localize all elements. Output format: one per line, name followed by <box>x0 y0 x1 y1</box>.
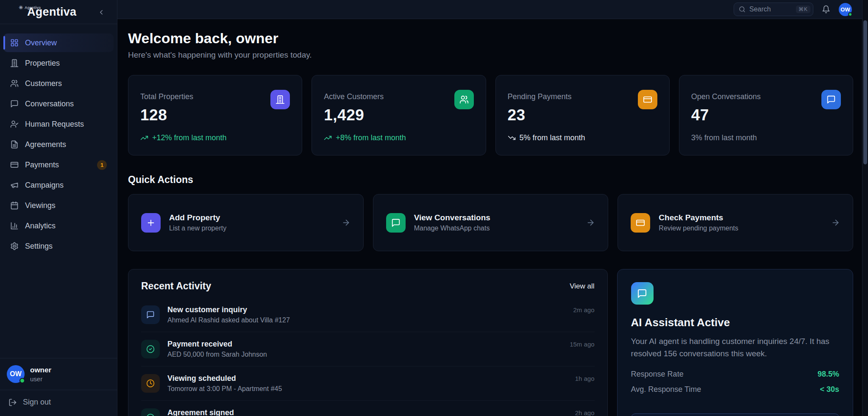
ai-stat-value: 98.5% <box>818 370 839 379</box>
sidebar-item-customers[interactable]: Customers <box>3 74 114 93</box>
sidebar-nav: Overview Properties Customers Conversati… <box>0 24 117 257</box>
arrow-right-icon <box>586 218 595 227</box>
sidebar-header: ✳ Agentiva Agentiva <box>0 0 117 24</box>
stat-card-open-conversations: Open Conversations 47 3% from last month <box>679 75 853 155</box>
online-status-dot <box>19 378 25 383</box>
activity-title: Payment received <box>167 340 267 349</box>
users-icon <box>454 90 474 109</box>
stat-label: Pending Payments <box>508 92 585 101</box>
sidebar-item-label: Properties <box>25 59 60 68</box>
avatar-initials: OW <box>840 6 850 13</box>
sidebar-item-label: Customers <box>25 79 62 88</box>
chat-icon <box>821 90 841 109</box>
app-root: ✳ Agentiva Agentiva Overview Properties <box>0 0 868 416</box>
scrollbar-thumb[interactable] <box>863 20 867 164</box>
topbar-avatar[interactable]: OW <box>839 3 852 16</box>
activity-timestamp: 2m ago <box>573 305 595 313</box>
stat-delta: 3% from last month <box>691 133 761 142</box>
logout-icon <box>8 398 17 407</box>
building-icon <box>10 59 19 67</box>
user-role: user <box>30 375 51 383</box>
search-input[interactable]: Search ⌘K <box>734 3 813 16</box>
bottom-grid: Recent Activity View all New customer in… <box>128 269 853 416</box>
brand-title: Agentiva <box>27 6 76 19</box>
stats-grid: Total Properties 128 +12% from last mont… <box>128 75 853 155</box>
page-subtitle: Here's what's happening with your proper… <box>128 50 853 60</box>
ai-stat-label: Avg. Response Time <box>631 385 701 394</box>
list-item: Viewing scheduled Tomorrow at 3:00 PM - … <box>141 366 595 401</box>
sidebar-item-payments[interactable]: Payments 1 <box>3 155 114 174</box>
clock-icon <box>141 374 160 393</box>
stat-label: Active Customers <box>324 92 406 101</box>
ai-panel-title: AI Assistant Active <box>631 316 839 329</box>
online-status-dot <box>848 12 852 17</box>
chat-icon <box>386 213 406 233</box>
sidebar-item-label: Conversations <box>25 100 74 108</box>
calendar-icon <box>10 201 19 210</box>
plus-icon <box>141 213 161 233</box>
sidebar-item-viewings[interactable]: Viewings <box>3 196 114 215</box>
chat-icon <box>141 305 160 324</box>
user-name: owner <box>30 366 51 374</box>
sidebar-item-settings[interactable]: Settings <box>3 237 114 255</box>
topbar: Search ⌘K OW <box>117 0 868 19</box>
trending-up-icon <box>140 134 148 142</box>
stat-value: 47 <box>691 106 761 124</box>
sidebar-item-human-requests[interactable]: Human Requests <box>3 115 114 133</box>
user-check-icon <box>10 120 19 128</box>
check-circle-icon <box>141 408 160 416</box>
avatar: OW <box>7 365 25 383</box>
quick-actions-grid: Add Property List a new property View Co… <box>128 194 853 251</box>
page-title: Welcome back, owner <box>128 30 853 47</box>
ai-stat-value: < 30s <box>820 385 839 394</box>
activity-list: New customer inquiry Ahmed Al Rashid ask… <box>141 298 595 416</box>
dashboard-content: Welcome back, owner Here's what's happen… <box>117 19 868 416</box>
search-icon <box>739 6 746 13</box>
activity-description: Tomorrow at 3:00 PM - Apartment #45 <box>167 385 282 393</box>
sidebar-item-label: Payments <box>25 161 59 169</box>
activity-timestamp: 1h ago <box>575 374 595 382</box>
bar-chart-icon <box>10 222 19 230</box>
stat-card-total-properties: Total Properties 128 +12% from last mont… <box>128 75 302 155</box>
stat-value: 1,429 <box>324 106 406 124</box>
ai-panel-description: Your AI agent is handling customer inqui… <box>631 336 839 360</box>
check-circle-icon <box>141 340 160 358</box>
quick-action-subtitle: Review pending payments <box>659 225 738 232</box>
search-shortcut-badge: ⌘K <box>796 6 810 13</box>
user-profile[interactable]: OW owner user <box>0 358 117 390</box>
list-item: New customer inquiry Ahmed Al Rashid ask… <box>141 298 595 332</box>
sidebar-item-agreements[interactable]: Agreements <box>3 135 114 154</box>
credit-card-icon <box>631 213 650 233</box>
sidebar-item-label: Viewings <box>25 201 56 210</box>
stat-card-pending-payments: Pending Payments 23 5% from last month <box>495 75 670 155</box>
sidebar-item-overview[interactable]: Overview <box>3 33 114 52</box>
sidebar-item-analytics[interactable]: Analytics <box>3 216 114 235</box>
quick-action-add-property[interactable]: Add Property List a new property <box>128 194 364 251</box>
ai-stat-label: Response Rate <box>631 370 684 379</box>
activity-title: Viewing scheduled <box>167 374 282 383</box>
stat-value: 23 <box>508 106 585 124</box>
bell-icon <box>822 5 830 14</box>
sidebar-item-campaigns[interactable]: Campaigns <box>3 176 114 194</box>
sidebar-item-properties[interactable]: Properties <box>3 54 114 72</box>
users-icon <box>10 79 19 88</box>
recent-activity-title: Recent Activity <box>141 280 211 292</box>
sidebar-collapse-button[interactable] <box>97 8 106 17</box>
arrow-right-icon <box>342 218 351 227</box>
grid-icon <box>10 39 19 47</box>
sign-out-button[interactable]: Sign out <box>0 390 117 416</box>
stat-delta: +12% from last month <box>140 133 227 142</box>
list-item: Agreement signed Mohammad Ali signed ren… <box>141 401 595 416</box>
sidebar-item-conversations[interactable]: Conversations <box>3 94 114 113</box>
quick-action-view-conversations[interactable]: View Conversations Manage WhatsApp chats <box>373 194 609 251</box>
quick-action-title: Check Payments <box>659 213 738 222</box>
view-conversations-button[interactable]: View Conversations <box>631 413 839 416</box>
view-all-button[interactable]: View all <box>570 282 594 291</box>
gear-icon <box>10 242 19 250</box>
sidebar-item-label: Agreements <box>25 140 66 149</box>
sidebar-item-label: Overview <box>25 39 57 47</box>
notifications-button[interactable] <box>822 5 830 14</box>
quick-action-check-payments[interactable]: Check Payments Review pending payments <box>618 194 853 251</box>
vertical-scrollbar[interactable] <box>862 0 868 416</box>
chat-icon <box>631 282 654 305</box>
